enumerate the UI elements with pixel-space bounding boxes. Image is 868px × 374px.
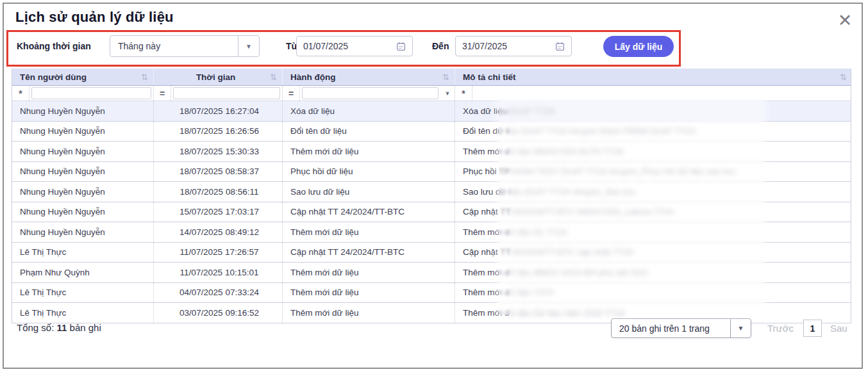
- cell-user: Nhung Huyền Nguyễn: [12, 162, 153, 182]
- filter-operator[interactable]: *: [12, 88, 29, 99]
- cell-time: 04/07/2025 07:33:24: [153, 283, 282, 303]
- get-data-button[interactable]: Lấy dữ liệu: [603, 36, 674, 57]
- cell-action: Thêm mới dữ liệu: [282, 263, 455, 282]
- cell-description: Thêm mới dữ liệu T274: [455, 283, 852, 303]
- chevron-down-icon[interactable]: ▼: [440, 90, 455, 97]
- cell-time: 11/07/2025 10:15:01: [153, 263, 282, 282]
- total-records: Tổng số: 11 bản ghi: [17, 322, 101, 333]
- cell-time: 14/07/2025 08:49:12: [153, 222, 282, 242]
- table-row[interactable]: Nhung Huyền Nguyễn 18/07/2025 08:58:37 P…: [12, 162, 851, 183]
- cell-user: Phạm Như Quỳnh: [12, 263, 153, 282]
- filter-operator[interactable]: *: [455, 88, 472, 99]
- filter-operator[interactable]: =: [154, 88, 171, 99]
- sort-icon[interactable]: ⇅: [141, 72, 148, 82]
- column-header-description[interactable]: Mô tả chi tiết⇅: [455, 69, 852, 85]
- from-date-value: 01/07/2025: [303, 41, 348, 51]
- sort-icon[interactable]: ⇅: [442, 72, 449, 82]
- redacted-text: HANN TEST DU4T TT24 nhuyen_Phục hồi dữ l…: [510, 167, 735, 176]
- table-row[interactable]: Phạm Như Quỳnh 11/07/2025 10:15:01 Thêm …: [12, 263, 851, 283]
- cell-user: Nhung Huyền Nguyễn: [12, 182, 153, 202]
- cell-action: Xóa dữ liệu: [282, 101, 455, 121]
- calendar-icon[interactable]: [396, 42, 406, 51]
- cell-time: 18/07/2025 08:58:37: [153, 162, 282, 182]
- cell-action: Thêm mới dữ liệu: [282, 303, 455, 323]
- total-count: 11: [57, 322, 67, 333]
- cell-user: Nhung Huyền Nguyễn: [12, 142, 153, 161]
- divider: [171, 86, 171, 101]
- cell-user: Nhung Huyền Nguyễn: [12, 101, 153, 121]
- divider: [299, 86, 300, 101]
- cell-action: Cập nhật TT 24/2024/TT-BTC: [282, 202, 455, 222]
- cell-user: Nhung Huyền Nguyễn: [12, 222, 153, 242]
- cell-action: Sao lưu dữ liệu: [282, 182, 455, 202]
- page-size-value: 20 bản ghi trên 1 trang: [612, 323, 730, 334]
- table-row[interactable]: Nhung Huyền Nguyễn 15/07/2025 17:03:17 C…: [12, 202, 851, 223]
- table-row[interactable]: Nhung Huyền Nguyễn 18/07/2025 08:56:11 S…: [12, 182, 851, 202]
- column-header-time[interactable]: Thời gian⇅: [153, 69, 282, 85]
- cell-description: Thêm mới dữ liệu DL TT24: [455, 222, 852, 242]
- history-table: Tên người dùng⇅ Thời gian⇅ Hành động⇅ Mô…: [12, 69, 851, 323]
- to-label: Đến: [432, 41, 449, 51]
- page-title: Lịch sử quản lý dữ liệu: [15, 9, 174, 26]
- cell-description: Thêm mới dữ liệu NNHUYEN DLTN TT24: [455, 142, 852, 161]
- page-size-select[interactable]: 20 bản ghi trên 1 trang ▼: [611, 318, 751, 338]
- close-icon[interactable]: ✕: [833, 9, 856, 32]
- cell-user: Nhung Huyền Nguyễn: [12, 122, 153, 142]
- filter-input-user[interactable]: [31, 87, 151, 99]
- calendar-icon[interactable]: [555, 42, 565, 51]
- redacted-text: ữ liệu MM23 14/23 BH phụ sản N23: [510, 268, 647, 277]
- current-page-indicator[interactable]: 1: [803, 320, 822, 337]
- chevron-down-icon[interactable]: ▼: [238, 36, 259, 56]
- filter-cell-description: *: [455, 86, 852, 101]
- redacted-text: ữ liệu DL TT24: [510, 227, 567, 237]
- cell-description: Đổi tên dữ liệu DU4T TT24 nhuyen thành P…: [455, 122, 852, 142]
- column-header-action[interactable]: Hành động⇅: [282, 69, 455, 85]
- cell-action: Thêm mới dữ liệu: [282, 222, 455, 242]
- table-row[interactable]: Lê Thị Thực 04/07/2025 07:33:24 Thêm mới…: [12, 283, 851, 304]
- cell-time: 18/07/2025 16:26:56: [153, 122, 282, 142]
- from-date-input[interactable]: 01/07/2025: [296, 36, 413, 56]
- filter-input-description[interactable]: [474, 88, 850, 99]
- cell-action: Đổi tên dữ liệu: [282, 122, 455, 142]
- filter-cell-time: =: [153, 86, 282, 101]
- cell-user: Lê Thị Thực: [12, 243, 153, 263]
- cell-description: Thêm mới dữ liệu MM23 14/23 BH phụ sản N…: [455, 263, 852, 282]
- filter-input-time[interactable]: [173, 87, 280, 99]
- cell-action: Cập nhật TT 24/2024/TT-BTC: [282, 243, 455, 263]
- next-page-button[interactable]: Sau: [830, 323, 847, 334]
- redacted-text: ệu DU4T TT24 nhuyen thành PBNN DU4T TT24: [510, 126, 695, 136]
- filter-input-action[interactable]: [302, 87, 438, 99]
- divider: [29, 86, 29, 101]
- table-row[interactable]: Nhung Huyền Nguyễn 18/07/2025 16:26:56 Đ…: [12, 122, 851, 142]
- table-row[interactable]: Nhung Huyền Nguyễn 18/07/2025 15:30:33 T…: [12, 142, 851, 162]
- cell-action: Thêm mới dữ liệu: [282, 142, 455, 161]
- cell-time: 18/07/2025 08:56:11: [153, 182, 282, 202]
- redacted-text: 24/2024/TT-BTC cập nhật TT24: [511, 247, 633, 257]
- cell-time: 18/07/2025 16:27:04: [153, 101, 282, 121]
- cell-description: Phục hồi TPHANN TEST DU4T TT24 nhuyen_Ph…: [455, 162, 852, 182]
- filter-cell-action: =▼: [282, 86, 455, 101]
- period-select[interactable]: Tháng này ▼: [110, 35, 260, 57]
- cell-user: Nhung Huyền Nguyễn: [12, 202, 153, 222]
- table-header-row: Tên người dùng⇅ Thời gian⇅ Hành động⇅ Mô…: [12, 69, 851, 86]
- prev-page-button[interactable]: Trước: [767, 323, 794, 334]
- cell-action: Phục hồi dữ liệu: [282, 162, 455, 182]
- sort-icon[interactable]: ⇅: [270, 72, 277, 82]
- redacted-text: 24/2024/TT-BTC NNHUYEN_Lakma TT24: [511, 207, 673, 216]
- period-label: Khoảng thời gian: [17, 41, 91, 51]
- chevron-down-icon[interactable]: ▼: [730, 319, 751, 337]
- table-row[interactable]: Nhung Huyền Nguyễn 18/07/2025 16:27:04 X…: [12, 101, 851, 122]
- cell-action: Thêm mới dữ liệu: [282, 283, 455, 303]
- column-header-user[interactable]: Tên người dùng⇅: [12, 69, 153, 85]
- to-date-input[interactable]: 31/07/2025: [455, 36, 572, 56]
- cell-user: Lê Thị Thực: [12, 283, 153, 303]
- sort-icon[interactable]: ⇅: [840, 72, 847, 82]
- cell-description: Sao lưu dữ liệu DU4T TT24 nhuyen_Sao lưu: [455, 182, 852, 202]
- to-date-value: 31/07/2025: [462, 41, 507, 51]
- table-row[interactable]: Nhung Huyền Nguyễn 14/07/2025 08:49:12 T…: [12, 222, 851, 243]
- cell-time: 11/07/2025 17:26:57: [153, 243, 282, 263]
- cell-user: Lê Thị Thực: [12, 303, 153, 323]
- cell-description: Cập nhật TT 24/2024/TT-BTC NNHUYEN_Lakma…: [455, 202, 852, 222]
- filter-operator[interactable]: =: [283, 88, 299, 99]
- table-row[interactable]: Lê Thị Thực 11/07/2025 17:26:57 Cập nhật…: [12, 243, 851, 263]
